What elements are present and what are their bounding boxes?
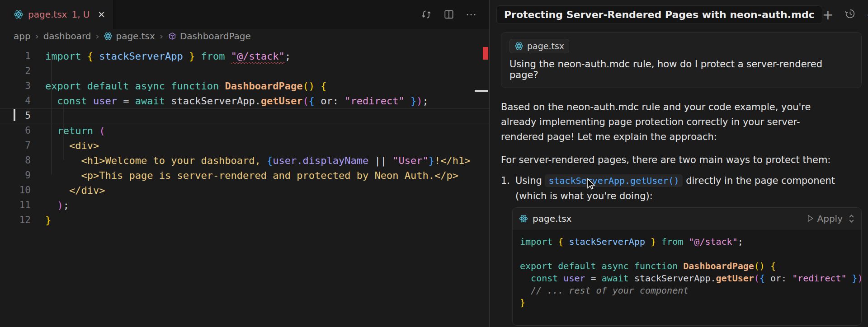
tab-problems-badge: 1, U: [71, 9, 90, 20]
cube-icon: [168, 32, 177, 41]
indent-guide: [51, 56, 52, 175]
line-number: 8: [0, 153, 31, 168]
breadcrumb-app[interactable]: app: [14, 31, 31, 42]
code-line[interactable]: import { stackServerApp } from "@/stack"…: [520, 236, 854, 248]
line-number: 11: [0, 198, 31, 213]
indent-guide: [63, 100, 64, 160]
line-number: 1: [0, 49, 31, 64]
gutter-marker: [14, 109, 15, 121]
chat-title[interactable]: Protecting Server-Rendered Pages with ne…: [496, 5, 822, 24]
breadcrumb-page-tsx[interactable]: page.tsx: [104, 31, 155, 42]
breadcrumb-separator: ›: [35, 31, 39, 42]
react-icon: [104, 32, 113, 41]
code-block-card: page.tsx Apply imp: [512, 207, 862, 326]
code-line[interactable]: const user = await stackServerApp.getUse…: [520, 272, 854, 285]
tab-bar: page.tsx 1, U ✕: [0, 0, 489, 29]
code-line[interactable]: 6 return (: [0, 123, 489, 138]
code-line[interactable]: }: [520, 297, 854, 309]
code-area[interactable]: 1import { stackServerApp } from "@/stack…: [0, 43, 489, 228]
file-chip-label: page.tsx: [527, 41, 564, 51]
expand-collapse-icon[interactable]: [848, 214, 855, 224]
breadcrumb-dashboardpage[interactable]: DashboardPage: [168, 31, 251, 42]
open-changes-icon[interactable]: [420, 9, 432, 20]
code-block-filename: page.tsx: [533, 213, 571, 224]
react-icon: [14, 9, 24, 19]
editor-more-actions-icon[interactable]: ⋯: [466, 8, 477, 21]
overview-ruler-error-marker: [483, 47, 488, 60]
code-line[interactable]: 5: [0, 108, 489, 123]
file-chip[interactable]: page.tsx: [509, 39, 569, 53]
tabbar-spacer: [113, 0, 420, 29]
code-line[interactable]: export default async function DashboardP…: [520, 260, 854, 272]
code-line[interactable]: 8 <h1>Welcome to your dashboard, {user.d…: [0, 153, 489, 168]
code-line[interactable]: 2: [0, 64, 489, 79]
tab-page-tsx[interactable]: page.tsx 1, U ✕: [0, 0, 113, 29]
line-number: 5: [0, 108, 31, 123]
list-marker: 1.: [501, 173, 515, 204]
line-number: 7: [0, 138, 31, 153]
inline-code: stackServerApp.getUser(): [545, 174, 683, 187]
line-number: 3: [0, 79, 31, 93]
code-line[interactable]: 1import { stackServerApp } from "@/stack…: [0, 49, 489, 64]
list-text: Using: [515, 175, 545, 186]
breadcrumb-separator: ›: [160, 31, 163, 42]
code-line[interactable]: 4 const user = await stackServerApp.getU…: [0, 93, 489, 108]
close-tab-icon[interactable]: ✕: [98, 9, 105, 19]
code-line[interactable]: 7 <div>: [0, 138, 489, 153]
play-icon: [807, 215, 814, 222]
new-chat-icon[interactable]: +: [822, 10, 834, 20]
breadcrumb-separator: ›: [95, 31, 99, 42]
history-icon[interactable]: [844, 8, 856, 21]
split-editor-icon[interactable]: [443, 9, 455, 20]
code-line[interactable]: 11 );: [0, 198, 489, 213]
assistant-paragraph: For server-rendered pages, there are two…: [501, 153, 862, 168]
user-message-card: page.tsx Using the neon-auth.mdc rule, h…: [501, 32, 862, 88]
line-number: 12: [0, 213, 31, 228]
code-line[interactable]: // ... rest of your component: [520, 285, 854, 297]
assistant-paragraph: Based on the neon-auth.mdc rule and your…: [501, 100, 817, 145]
chat-header: Protecting Server-Rendered Pages with ne…: [490, 0, 868, 28]
code-line[interactable]: 12}: [0, 213, 489, 228]
chat-body: page.tsx Using the neon-auth.mdc rule, h…: [490, 28, 868, 326]
react-icon: [519, 214, 528, 223]
line-number: 10: [0, 183, 31, 198]
react-icon: [514, 42, 524, 51]
code-block-header: page.tsx Apply: [513, 208, 861, 229]
code-line[interactable]: [520, 248, 854, 260]
breadcrumb-dashboard[interactable]: dashboard: [43, 31, 91, 42]
editor-pane: page.tsx 1, U ✕: [0, 0, 489, 327]
line-number: 9: [0, 168, 31, 183]
assistant-list-item: 1. Using stackServerApp.getUser() direct…: [501, 173, 862, 204]
breadcrumb: app › dashboard › page.tsx › DashboardPa…: [0, 29, 489, 43]
overview-ruler-cursor-marker: [475, 90, 488, 92]
line-number: 6: [0, 123, 31, 138]
line-number: 4: [0, 93, 31, 108]
code-line[interactable]: 10 </div>: [0, 183, 489, 198]
code-line[interactable]: 9 <p>This page is server-rendered and pr…: [0, 168, 489, 183]
tab-label: page.tsx: [28, 9, 67, 20]
user-question-text: Using the neon-auth.mdc rule, how do I p…: [509, 59, 853, 80]
apply-button[interactable]: Apply: [807, 213, 843, 224]
code-block-body[interactable]: import { stackServerApp } from "@/stack"…: [513, 229, 861, 325]
app-window: page.tsx 1, U ✕: [0, 0, 868, 327]
code-line[interactable]: 3export default async function Dashboard…: [0, 79, 489, 93]
line-number: 2: [0, 64, 31, 79]
ai-chat-panel: Protecting Server-Rendered Pages with ne…: [490, 0, 868, 327]
